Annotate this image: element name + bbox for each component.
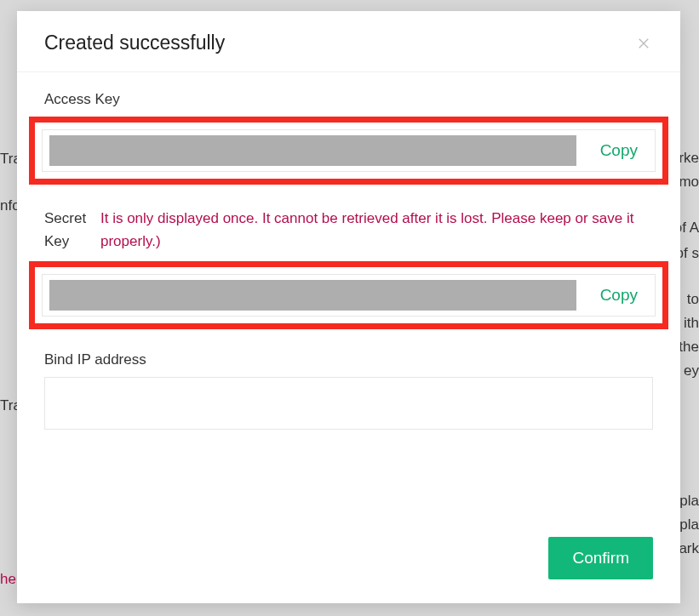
bg-text: to xyxy=(687,288,699,311)
secret-key-display xyxy=(43,275,583,316)
bg-text: pla xyxy=(679,513,699,536)
bind-ip-input[interactable] xyxy=(44,377,653,430)
bg-text: pla xyxy=(679,489,699,512)
access-key-highlight: Copy xyxy=(29,117,668,185)
bg-text: he xyxy=(0,568,16,590)
created-successfully-modal: Created successfully Access Key Copy Sec… xyxy=(17,11,680,603)
access-key-mask xyxy=(49,135,576,166)
bg-text: the xyxy=(679,335,699,358)
modal-footer: Confirm xyxy=(17,537,680,603)
secret-key-mask xyxy=(49,280,576,311)
bg-text: rke xyxy=(679,146,699,169)
bg-text: mo xyxy=(679,170,699,193)
bg-text: ith xyxy=(684,311,699,334)
close-icon[interactable] xyxy=(634,34,653,53)
bind-ip-label: Bind IP address xyxy=(44,351,653,368)
access-key-label: Access Key xyxy=(44,91,653,108)
access-key-row: Copy xyxy=(42,129,656,172)
secret-key-copy-button[interactable]: Copy xyxy=(583,275,655,316)
modal-body: Access Key Copy Secret Key It is only di… xyxy=(17,72,680,537)
access-key-display xyxy=(43,130,583,171)
secret-key-label: Secret Key xyxy=(44,207,89,253)
secret-key-row: Copy xyxy=(42,274,656,317)
confirm-button[interactable]: Confirm xyxy=(548,537,653,579)
modal-title: Created successfully xyxy=(44,31,225,54)
bind-ip-section: Bind IP address xyxy=(44,351,653,433)
access-key-copy-button[interactable]: Copy xyxy=(583,130,655,171)
modal-header: Created successfully xyxy=(17,11,680,72)
secret-key-label-row: Secret Key It is only displayed once. It… xyxy=(44,207,653,253)
secret-key-highlight: Copy xyxy=(29,261,668,329)
bg-text: ey xyxy=(684,359,699,382)
bg-text: ark xyxy=(679,537,699,560)
secret-key-warning: It is only displayed once. It cannot be … xyxy=(100,207,653,253)
